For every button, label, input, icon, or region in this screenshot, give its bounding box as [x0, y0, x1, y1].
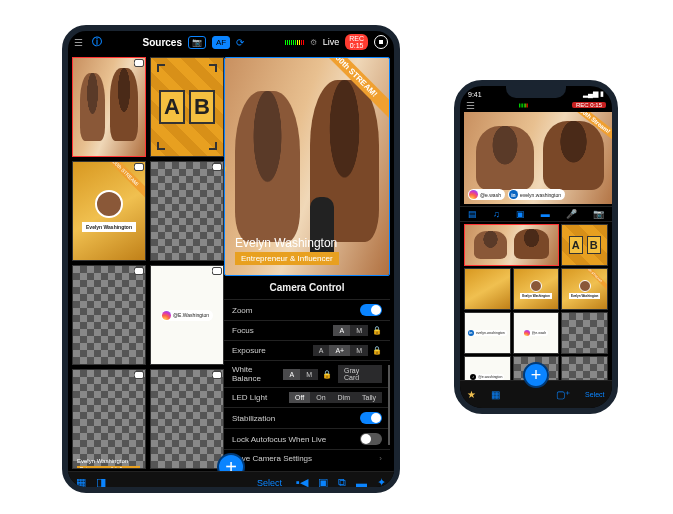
ab-letter-b: B [587, 236, 601, 254]
live-badge-icon [213, 164, 221, 170]
zoom-toggle[interactable] [360, 304, 382, 316]
grid-icon[interactable]: ▦ [491, 389, 500, 400]
guest-name-pill: Evelyn Washington [82, 222, 136, 232]
camera-icon[interactable]: 📷 [593, 209, 604, 219]
row-exposure[interactable]: Exposure A A+ M 🔒 [224, 340, 390, 360]
audio-settings-icon[interactable]: ⚙ [310, 38, 317, 47]
row-save-settings[interactable]: Save Camera Settings › [224, 449, 390, 467]
phone-notch [506, 86, 566, 98]
row-led-light[interactable]: LED Light Off On Dim Tally [224, 387, 390, 407]
exposure-seg[interactable]: A A+ M [313, 345, 368, 356]
thumb-ab-title[interactable]: A B [150, 57, 224, 157]
sources-label: Sources [143, 37, 182, 48]
guest-name-pill: Evelyn Washington [569, 293, 601, 299]
focus-seg[interactable]: A M [333, 325, 368, 336]
row-zoom[interactable]: Zoom [224, 299, 390, 320]
p-thumb-ab[interactable]: A B [561, 224, 608, 266]
ig-pill: @e.wash [468, 189, 505, 200]
pip-icon[interactable]: ▣ [318, 476, 328, 489]
live-badge-icon [135, 60, 143, 66]
crop-icon[interactable]: ⧉ [338, 476, 346, 489]
p-thumb-camera[interactable] [464, 224, 559, 266]
vu-meter [285, 40, 304, 45]
lower-third-role: Entrepreneur & Influencer [77, 466, 140, 469]
thumb-empty-5[interactable] [72, 265, 146, 365]
vu-meter [519, 103, 528, 107]
p-thumb-empty[interactable] [561, 312, 608, 354]
live-social-pills: @e.wash evelyn.washington [468, 189, 565, 200]
lock-icon[interactable]: 🔒 [322, 370, 332, 379]
transition-icon[interactable]: ▬ [356, 477, 367, 489]
lock-icon[interactable]: 🔒 [372, 346, 382, 355]
layout-grid-icon[interactable]: ▦ [76, 476, 86, 489]
camera-icon[interactable]: ▪◀ [296, 476, 308, 489]
ab-letter-a: A [569, 236, 583, 254]
rotate-icon[interactable]: ⟳ [236, 37, 244, 48]
stabilization-toggle[interactable] [360, 412, 382, 424]
star-icon[interactable]: ★ [467, 389, 476, 400]
li-pill: evelyn.washington [508, 189, 565, 200]
p-thumb-ig[interactable]: @e.wash [513, 312, 560, 354]
lock-af-toggle[interactable] [360, 433, 382, 445]
layers-icon[interactable]: ▤ [468, 209, 477, 219]
phone-toolbar: ▤ ♫ ▣ ▬ 🎤 📷 [460, 206, 612, 222]
thumb-camera-live[interactable] [72, 57, 146, 157]
phone-add-button[interactable]: + [523, 362, 549, 388]
status-time: 9:41 [468, 91, 482, 98]
menu-icon[interactable]: ☰ [466, 100, 475, 111]
p-thumb-li[interactable]: evelyn.washington [464, 312, 511, 354]
transition-icon[interactable]: ▬ [541, 209, 550, 219]
preview-lower-third: Evelyn Washington Entrepreneur & Influen… [235, 236, 339, 265]
led-seg[interactable]: Off On Dim Tally [289, 392, 382, 403]
thumb-empty-4[interactable] [150, 161, 224, 261]
thumb-empty-8[interactable] [150, 369, 224, 469]
rec-button[interactable]: REC 0:15 [345, 34, 368, 50]
mic-icon[interactable]: 🎤 [566, 209, 577, 219]
p-thumb-guest-card[interactable]: Evelyn Washington [513, 268, 560, 310]
lower-third-name: Evelyn Washington [77, 458, 128, 464]
thumb-social-ig[interactable]: @E.Washington [150, 265, 224, 365]
pip-icon[interactable]: ▣ [516, 209, 525, 219]
row-lock-af[interactable]: Lock Autofocus When Live [224, 428, 390, 449]
camera-chip[interactable]: 📷 [188, 36, 206, 49]
tablet-device: ☰ ⓘ Sources 📷 AF ⟳ ⚙ Live REC 0:15 [62, 25, 400, 493]
select-button[interactable]: Select [257, 478, 282, 488]
live-badge-icon [213, 268, 221, 274]
camera-control-header: Camera Control [224, 276, 390, 299]
thumb-guest-card[interactable]: 100th STREAM! Evelyn Washington [72, 161, 146, 261]
audio-icon[interactable]: ♫ [493, 209, 500, 219]
live-badge-icon [135, 372, 143, 378]
ig-pill: @e.wash [524, 330, 549, 336]
layout-split-icon[interactable]: ◨ [96, 476, 106, 489]
camera-controls: Zoom Focus A M 🔒 Exposure [224, 299, 390, 467]
info-icon[interactable]: ⓘ [92, 35, 102, 49]
row-focus[interactable]: Focus A M 🔒 [224, 320, 390, 340]
row-stabilization[interactable]: Stabilization [224, 407, 390, 428]
phone-device: 9:41 ▂▄▆ ▮ ☰ REC 0:15 100th Stream! @e.w… [454, 80, 618, 414]
live-badge-icon [213, 372, 221, 378]
tablet-bottom-bar: ▦ ◨ Select ▪◀ ▣ ⧉ ▬ ✦ [68, 471, 394, 493]
tablet-topbar: ☰ ⓘ Sources 📷 AF ⟳ ⚙ Live REC 0:15 [68, 31, 394, 53]
gray-card-button[interactable]: Gray Card [338, 365, 382, 383]
effects-icon[interactable]: ✦ [377, 476, 386, 489]
row-white-balance[interactable]: White Balance A M 🔒 Gray Card [224, 360, 390, 387]
preview-pane[interactable]: 100th STREAM! Evelyn Washington Entrepre… [224, 57, 390, 276]
chevron-right-icon: › [379, 454, 382, 463]
phone-live-preview[interactable]: 100th Stream! @e.wash evelyn.washington [464, 112, 616, 204]
rec-indicator[interactable]: REC 0:15 [572, 102, 606, 108]
p-thumb-gold-bg[interactable] [464, 268, 511, 310]
avatar [95, 190, 123, 218]
p-thumb-banner-card[interactable]: 100th STREAM! Evelyn Washington [561, 268, 608, 310]
scroll-indicator[interactable] [388, 365, 390, 445]
lock-icon[interactable]: 🔒 [372, 326, 382, 335]
wb-seg[interactable]: A M [283, 369, 318, 380]
live-badge-icon [135, 268, 143, 274]
preview-controls-pane: 100th STREAM! Evelyn Washington Entrepre… [224, 53, 394, 471]
menu-icon[interactable]: ☰ [74, 37, 86, 48]
select-button[interactable]: Select [585, 391, 604, 398]
ig-handle-pill: @E.Washington [161, 310, 213, 321]
af-chip[interactable]: AF [212, 36, 230, 49]
thumb-lower-third[interactable]: Evelyn Washington Entrepreneur & Influen… [72, 369, 146, 469]
stop-button[interactable] [374, 35, 388, 49]
record-mode-icon[interactable]: ▢⁺ [556, 389, 570, 400]
